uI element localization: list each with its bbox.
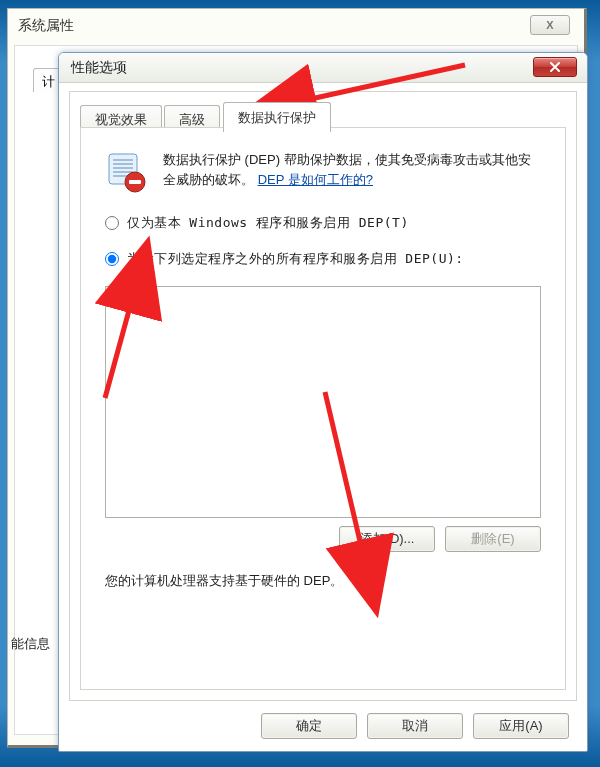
close-button[interactable] [533, 57, 577, 77]
ok-button[interactable]: 确定 [261, 713, 357, 739]
dep-shield-icon [105, 150, 149, 194]
tab-dep[interactable]: 数据执行保护 [223, 102, 331, 132]
dialog-title: 性能选项 [71, 59, 127, 77]
dialog-button-row: 确定 取消 应用(A) [261, 713, 569, 739]
parent-corner-text: 能信息 [11, 635, 50, 653]
parent-close-button[interactable]: X [530, 15, 570, 35]
svg-rect-7 [129, 180, 141, 184]
parent-dialog-title: 系统属性 [18, 17, 74, 35]
tab-panel-dep: 数据执行保护 (DEP) 帮助保护数据，使其免受病毒攻击或其他安全威胁的破坏。 … [80, 127, 566, 690]
add-button[interactable]: 添加(D)... [339, 526, 435, 552]
dep-description: 数据执行保护 (DEP) 帮助保护数据，使其免受病毒攻击或其他安全威胁的破坏。 … [163, 150, 541, 194]
radio-all-label: 为除下列选定程序之外的所有程序和服务启用 DEP(U): [127, 250, 464, 268]
radio-basic-input[interactable] [105, 216, 119, 230]
hardware-dep-text: 您的计算机处理器支持基于硬件的 DEP。 [105, 572, 541, 590]
radio-basic-label: 仅为基本 Windows 程序和服务启用 DEP(T) [127, 214, 409, 232]
tab-row: 视觉效果 高级 数据执行保护 [80, 102, 566, 128]
dep-exclusion-list[interactable] [105, 286, 541, 518]
dep-help-link[interactable]: DEP 是如何工作的? [258, 172, 373, 187]
dialog-titlebar[interactable]: 性能选项 [59, 53, 587, 83]
dialog-body: 视觉效果 高级 数据执行保护 [69, 91, 577, 701]
cancel-button[interactable]: 取消 [367, 713, 463, 739]
performance-options-dialog: 性能选项 视觉效果 高级 数据执行保护 [58, 52, 588, 752]
remove-button: 删除(E) [445, 526, 541, 552]
radio-all-input[interactable] [105, 252, 119, 266]
radio-basic-dep[interactable]: 仅为基本 Windows 程序和服务启用 DEP(T) [105, 214, 541, 232]
apply-button[interactable]: 应用(A) [473, 713, 569, 739]
close-icon [548, 61, 562, 73]
radio-all-dep[interactable]: 为除下列选定程序之外的所有程序和服务启用 DEP(U): [105, 250, 541, 268]
